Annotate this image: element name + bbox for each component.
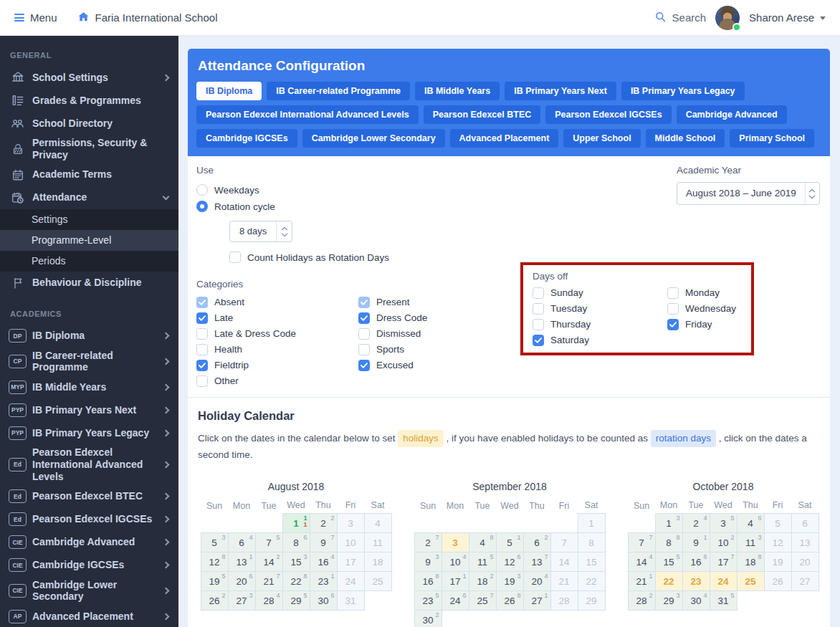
checkbox-control[interactable] [196,312,208,324]
tab-ib-diploma[interactable]: IB Diploma [196,82,262,100]
checkbox-control[interactable] [196,344,208,355]
checkbox-excused[interactable]: Excused [358,359,523,371]
tab-ib-primary-years-next[interactable]: IB Primary Years Next [505,82,616,100]
checkbox-control[interactable] [667,303,679,315]
sidebar-item-ib-diploma[interactable]: DPIB Diploma [0,325,178,348]
checkbox-dress-code[interactable]: Dress Code [358,312,523,324]
calendar-day-5[interactable]: 53 [201,533,228,552]
calendar-day-12[interactable]: 128 [201,552,228,572]
tab-cambridge-igcses[interactable]: Cambridge IGCSEs [196,129,297,148]
calendar-day-4[interactable]: 46 [737,514,764,533]
sidebar-subitem-programme-level[interactable]: Programme-Level [0,230,178,251]
calendar-day-10[interactable]: 102 [710,533,737,552]
calendar-day-18[interactable]: 182 [469,572,496,591]
search-button[interactable]: Search [654,11,707,25]
calendar-day-16[interactable]: 164 [310,552,337,572]
calendar-day-9[interactable]: 97 [310,533,337,552]
calendar-day-27[interactable]: 273 [228,591,255,611]
calendar-day-12[interactable]: 12 [764,533,791,552]
tab-ib-primary-years-legacy[interactable]: IB Primary Years Legacy [621,82,745,100]
rotation-days-stepper[interactable]: 8 days [229,221,292,242]
calendar-day-10[interactable]: 10 [337,533,364,552]
checkbox-sunday[interactable]: Sunday [533,287,667,299]
checkbox-dismissed[interactable]: Dismissed [358,327,523,340]
calendar-day-9[interactable]: 93 [414,552,442,572]
calendar-day-2[interactable]: 22 [310,514,337,533]
calendar-day-7[interactable]: 75 [255,533,282,552]
calendar-day-3[interactable]: 3 [442,533,469,552]
calendar-day-3[interactable]: 35 [710,514,737,533]
calendar-day-28[interactable]: 28 [550,591,578,611]
calendar-day-20[interactable]: 20 [791,552,818,572]
sidebar-item-pearson-edexcel-igcses[interactable]: EdPearson Edexcel IGCSEs [0,508,178,531]
checkbox-count-holidays-as-rotation-days[interactable]: Count Holidays as Rotation Days [229,252,821,263]
sidebar-item-academic-terms[interactable]: Academic Terms [0,163,178,186]
calendar-day-11[interactable]: 115 [469,552,496,572]
checkbox-late[interactable]: Late [196,312,358,324]
sidebar-item-ib-primary-years-next[interactable]: PYPIB Primary Years Next [0,398,178,421]
tab-upper-school[interactable]: Upper School [563,129,640,148]
checkbox-control[interactable] [358,297,370,308]
calendar-day-22[interactable]: 22 [655,572,682,591]
calendar-day-12[interactable]: 126 [496,552,523,572]
calendar-day-27[interactable]: 27 [791,572,818,591]
calendar-day-18[interactable]: 188 [737,552,764,572]
radio-control[interactable] [196,201,208,212]
sidebar-item-school-directory[interactable]: School Directory [0,112,178,135]
calendar-day-13[interactable]: 131 [228,552,255,572]
calendar-day-17[interactable]: 171 [442,572,469,591]
select-spinner-buttons[interactable] [805,183,819,204]
checkbox-control[interactable] [667,319,679,330]
sidebar-item-school-settings[interactable]: School Settings [0,66,178,89]
checkbox-control[interactable] [358,312,370,324]
calendar-day-11[interactable]: 113 [737,533,764,552]
sidebar-item-cambridge-advanced[interactable]: CIECambridge Advanced [0,531,178,554]
calendar-day-30[interactable]: 304 [682,591,710,611]
calendar-day-26[interactable]: 26 [764,572,791,591]
calendar-day-15[interactable]: 153 [282,552,310,572]
calendar-day-30[interactable]: 306 [310,591,337,611]
checkbox-health[interactable]: Health [196,343,358,355]
calendar-day-5[interactable]: 51 [496,533,523,552]
checkbox-friday[interactable]: Friday [667,318,742,330]
calendar-day-24[interactable]: 24 [710,572,737,591]
calendar-day-18[interactable]: 18 [364,552,391,572]
calendar-day-21[interactable]: 217 [255,572,282,591]
calendar-day-4[interactable]: 4 [364,514,391,533]
calendar-day-26[interactable]: 268 [496,591,523,611]
checkbox-saturday[interactable]: Saturday [533,334,667,346]
tab-pearson-edexcel-international-advanced-levels[interactable]: Pearson Edexcel International Advanced L… [196,105,419,124]
calendar-day-7[interactable]: 7 [550,533,578,552]
calendar-day-24[interactable]: 246 [442,591,469,611]
calendar-day-29[interactable]: 29 [578,591,605,611]
sidebar-item-cambridge-igcses[interactable]: CIECambridge IGCSEs [0,554,178,577]
checkbox-control[interactable] [533,319,544,330]
calendar-day-28[interactable]: 284 [255,591,282,611]
calendar-day-8[interactable]: 8 [578,533,605,552]
calendar-day-3[interactable]: 3 [337,514,364,533]
calendar-day-21[interactable]: 211 [628,572,655,591]
calendar-day-14[interactable]: 14 [550,552,578,572]
calendar-day-9[interactable]: 91 [682,533,710,552]
calendar-day-21[interactable]: 21 [550,572,578,591]
checkbox-control[interactable] [196,297,208,308]
calendar-day-19[interactable]: 193 [496,572,523,591]
tab-cambridge-advanced[interactable]: Cambridge Advanced [677,105,787,124]
calendar-day-2[interactable]: 27 [414,533,442,552]
calendar-day-6[interactable]: 62 [523,533,550,552]
checkbox-control[interactable] [229,252,241,263]
calendar-day-23[interactable]: 235 [414,591,442,611]
stepper-buttons[interactable] [276,221,292,241]
tab-pearson-edexcel-igcses[interactable]: Pearson Edexcel IGCSEs [545,105,671,124]
tab-primary-school[interactable]: Primary School [730,129,814,148]
calendar-day-13[interactable]: 137 [523,552,550,572]
checkbox-present[interactable]: Present [358,296,523,308]
checkbox-control[interactable] [667,287,679,299]
calendar-day-10[interactable]: 104 [442,552,469,572]
sidebar-item-permissions-security-privacy[interactable]: Permissions, Security & Privacy [0,135,178,163]
calendar-day-25[interactable]: 25 [364,572,391,591]
calendar-day-6[interactable]: 64 [228,533,255,552]
calendar-day-25[interactable]: 25 [737,572,764,591]
tab-middle-school[interactable]: Middle School [646,129,725,148]
checkbox-late-dress-code[interactable]: Late & Dress Code [196,327,358,340]
